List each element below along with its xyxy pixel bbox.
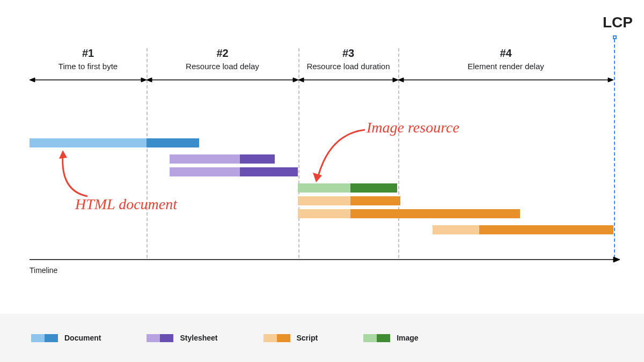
annotation-arrow-icon	[51, 149, 105, 200]
legend-label: Script	[297, 334, 318, 342]
bar-segment-dark	[147, 138, 199, 147]
phase-extent-arrow-3	[298, 76, 398, 84]
svg-marker-11	[608, 78, 613, 82]
legend-label: Image	[397, 334, 418, 342]
bar-segment-light	[170, 154, 240, 164]
legend-item-document: Document	[31, 334, 101, 342]
phase-name: Resource load duration	[298, 62, 398, 71]
bar-segment-light	[170, 167, 240, 176]
legend-item-script: Script	[264, 334, 318, 342]
phase-extent-arrow-4	[398, 76, 613, 84]
svg-marker-1	[30, 78, 35, 82]
phase-header-4: #4 Element render delay	[398, 47, 613, 71]
legend: Document Stylesheet Script Image	[0, 314, 644, 362]
svg-marker-7	[298, 78, 304, 82]
phase-number: #3	[298, 47, 398, 60]
phase-name: Time to first byte	[30, 62, 147, 71]
bar-segment-dark	[240, 154, 275, 164]
legend-swatch	[363, 334, 390, 342]
bar-script	[298, 196, 400, 205]
phase-number: #1	[30, 47, 147, 60]
bar-segment-light	[30, 138, 147, 147]
svg-marker-15	[613, 257, 620, 262]
bar-stylesheet	[170, 154, 275, 164]
annotation-arrow-icon	[309, 123, 370, 185]
phase-header-1: #1 Time to first byte	[30, 47, 147, 71]
svg-marker-4	[147, 78, 152, 82]
bar-document	[30, 138, 199, 147]
svg-marker-12	[59, 150, 67, 159]
lcp-dashed-line	[614, 39, 615, 258]
phase-extent-arrow-1	[30, 76, 147, 84]
legend-label: Document	[64, 334, 101, 342]
bar-script	[433, 225, 613, 234]
bar-script	[298, 209, 519, 218]
svg-marker-2	[141, 78, 147, 82]
legend-swatch	[31, 334, 58, 342]
axis-label: Timeline	[30, 266, 57, 275]
svg-marker-5	[293, 78, 298, 82]
legend-item-image: Image	[363, 334, 418, 342]
phase-number: #4	[398, 47, 613, 60]
phase-header-2: #2 Resource load delay	[147, 47, 298, 71]
bar-segment-dark	[350, 209, 520, 218]
phase-number: #2	[147, 47, 298, 60]
phase-name: Element render delay	[398, 62, 613, 71]
legend-swatch	[147, 334, 173, 342]
bar-stylesheet	[170, 167, 298, 176]
bar-segment-dark	[240, 167, 298, 176]
bar-segment-light	[433, 225, 479, 234]
legend-swatch	[264, 334, 290, 342]
phase-name: Resource load delay	[147, 62, 298, 71]
svg-marker-10	[398, 78, 404, 82]
phase-extent-arrow-2	[147, 76, 298, 84]
lcp-label: LCP	[603, 14, 633, 31]
lcp-marker-icon	[613, 35, 617, 39]
phase-header-3: #3 Resource load duration	[298, 47, 398, 71]
legend-label: Stylesheet	[180, 334, 217, 342]
lcp-waterfall-chart: LCP #1 Time to first byte #2 Resource lo…	[30, 16, 614, 274]
timeline-axis	[30, 256, 620, 263]
bar-segment-light	[298, 196, 350, 205]
bar-segment-dark	[479, 225, 613, 234]
legend-item-stylesheet: Stylesheet	[147, 334, 217, 342]
annotation-image-resource: Image resource	[367, 119, 459, 136]
svg-marker-8	[393, 78, 398, 82]
bar-segment-dark	[350, 196, 400, 205]
bar-segment-light	[298, 209, 350, 218]
svg-marker-13	[313, 173, 322, 182]
